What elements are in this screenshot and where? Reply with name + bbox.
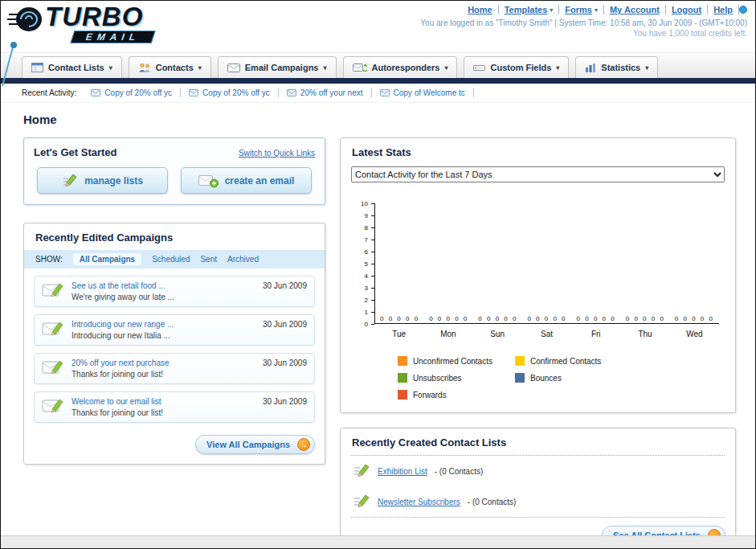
header-link-home[interactable]: Home bbox=[462, 5, 499, 14]
chart-value-labels: 0 0 0 0 0 bbox=[675, 315, 714, 323]
y-axis-tick-label: 3 bbox=[365, 285, 368, 292]
envelope-pencil-icon bbox=[42, 281, 64, 299]
show-label: SHOW: bbox=[35, 255, 63, 264]
x-axis-label: Thu bbox=[620, 324, 669, 338]
manage-lists-label: manage lists bbox=[84, 175, 143, 186]
envelope-pencil-icon bbox=[42, 320, 64, 338]
header: TURBO EMAIL Home Templates ▾ Forms ▾ My … bbox=[1, 1, 755, 52]
recent-activity-item[interactable]: Copy of 20% off yc bbox=[83, 88, 181, 97]
chart-column: 0 0 0 0 0 bbox=[424, 203, 473, 323]
recent-campaigns-panel: Recently Edited Campaigns SHOW: All Camp… bbox=[23, 223, 325, 465]
chart-column: 0 0 0 0 0 bbox=[375, 203, 424, 323]
legend-label: Confirmed Contacts bbox=[530, 357, 601, 366]
campaign-title-link[interactable]: See us at the retail food ... bbox=[72, 281, 255, 290]
create-email-label: create an email bbox=[225, 175, 295, 186]
dropdown-arrow-icon: ▾ bbox=[323, 64, 326, 72]
tab-statistics[interactable]: Statistics ▾ bbox=[575, 56, 658, 78]
login-status-text: You are logged in as "Timothy Smith" | S… bbox=[420, 18, 747, 27]
recent-contact-lists-panel: Recently Created Contact Lists Exhibitio… bbox=[340, 428, 736, 549]
recent-activity-item[interactable]: Copy of Welcome tc bbox=[372, 88, 474, 97]
arrow-right-icon: → bbox=[297, 438, 310, 451]
recent-activity-item[interactable]: Copy of 20% off yc bbox=[181, 88, 279, 97]
campaign-title-link[interactable]: 20% off your next purchase bbox=[72, 358, 255, 367]
campaign-title-link[interactable]: Introducing our new range ... bbox=[72, 320, 255, 329]
envelope-plus-icon bbox=[198, 174, 219, 188]
contact-list-link[interactable]: Newsletter Subscribers bbox=[378, 498, 460, 506]
filter-tab-all-campaigns[interactable]: All Campaigns bbox=[73, 253, 141, 265]
tab-email-campaigns[interactable]: Email Campaigns ▾ bbox=[218, 56, 337, 78]
filter-tab-sent[interactable]: Sent bbox=[200, 255, 217, 264]
campaign-list-item[interactable]: Introducing our new range ... Introducin… bbox=[34, 314, 315, 346]
statistics-icon bbox=[585, 63, 596, 72]
chart-value-labels: 0 0 0 0 0 bbox=[380, 315, 419, 323]
header-link-help[interactable]: Help bbox=[708, 5, 739, 14]
page-title: Home bbox=[23, 113, 736, 126]
recent-activity-bar: Recent Activity: Copy of 20% off yc Copy… bbox=[1, 84, 755, 103]
manage-lists-button[interactable]: manage lists bbox=[37, 167, 168, 194]
y-axis-tick-label: 0 bbox=[365, 321, 368, 328]
stats-filter-select[interactable]: Contact Activity for the Last 7 Days bbox=[351, 166, 725, 182]
legend-swatch bbox=[515, 373, 525, 383]
page-footer bbox=[1, 535, 755, 548]
list-pencil-icon bbox=[353, 494, 370, 510]
envelope-icon bbox=[380, 89, 390, 96]
contact-list-item[interactable]: Exhibition List - (0 Contacts) bbox=[341, 456, 735, 486]
contact-list-link[interactable]: Exhibition List bbox=[378, 467, 427, 476]
campaign-list-item[interactable]: 20% off your next purchase Thanks for jo… bbox=[34, 353, 315, 384]
header-right: Home Templates ▾ Forms ▾ My Account Logo… bbox=[420, 5, 747, 38]
y-axis-tick-label: 2 bbox=[365, 297, 368, 304]
autoresponders-icon bbox=[353, 63, 367, 72]
y-axis-tick-label: 10 bbox=[361, 200, 368, 207]
dropdown-arrow-icon: ▾ bbox=[444, 64, 447, 72]
tab-label: Autoresponders bbox=[372, 63, 440, 72]
tab-contact-lists[interactable]: Contact Lists ▾ bbox=[22, 56, 122, 78]
switch-quick-links-link[interactable]: Switch to Quick Links bbox=[239, 149, 315, 158]
y-axis-tick-mark bbox=[371, 324, 374, 325]
campaign-list-item[interactable]: Welcome to our email list Thanks for joi… bbox=[34, 391, 315, 423]
campaign-date: 30 Jun 2009 bbox=[263, 358, 307, 367]
legend-label: Bounces bbox=[530, 374, 562, 383]
legend-item: Forwards bbox=[398, 390, 515, 399]
chart-column: 0 0 0 0 0 bbox=[572, 203, 621, 323]
recent-activity-item[interactable]: 20% off your next bbox=[279, 88, 372, 97]
campaign-subtitle: Thanks for joining our list! bbox=[72, 408, 255, 417]
header-link-my-account[interactable]: My Account bbox=[604, 5, 666, 14]
tab-contacts[interactable]: Contacts ▾ bbox=[129, 56, 211, 78]
header-link-logout[interactable]: Logout bbox=[666, 5, 708, 14]
tab-label: Contact Lists bbox=[48, 63, 104, 72]
main-content: Home Let's Get Started Switch to Quick L… bbox=[1, 103, 755, 549]
contact-list-item[interactable]: Newsletter Subscribers - (0 Contacts) bbox=[341, 486, 735, 517]
get-started-title: Let's Get Started bbox=[34, 146, 117, 158]
create-email-button[interactable]: create an email bbox=[181, 167, 312, 194]
campaign-list-item[interactable]: See us at the retail food ... We're givi… bbox=[34, 276, 315, 307]
tab-label: Statistics bbox=[601, 63, 640, 72]
header-link-forms[interactable]: Forms ▾ bbox=[559, 5, 604, 14]
y-axis-tick-label: 8 bbox=[365, 224, 368, 231]
dropdown-arrow-icon: ▾ bbox=[645, 64, 648, 72]
chart-plot: 0 0 0 0 00 0 0 0 00 0 0 0 00 0 0 0 00 0 … bbox=[374, 203, 719, 324]
view-all-campaigns-button[interactable]: View All Campaigns → bbox=[195, 435, 315, 454]
filter-tab-scheduled[interactable]: Scheduled bbox=[152, 255, 190, 264]
view-all-campaigns-label: View All Campaigns bbox=[206, 440, 290, 449]
campaign-subtitle: We're giving away our late ... bbox=[72, 293, 255, 301]
legend-item: Unconfirmed Contacts bbox=[398, 356, 515, 366]
navy-divider-bar bbox=[1, 78, 755, 84]
recent-activity-label: Recent Activity: bbox=[22, 88, 76, 97]
filter-tab-archived[interactable]: Archived bbox=[227, 255, 259, 264]
campaign-date: 30 Jun 2009 bbox=[263, 281, 307, 290]
contact-lists-icon bbox=[31, 63, 43, 72]
y-axis-tick-label: 9 bbox=[365, 212, 368, 219]
campaign-date: 30 Jun 2009 bbox=[263, 397, 307, 406]
tab-custom-fields[interactable]: Custom Fields ▾ bbox=[464, 56, 569, 78]
legend-item: Unsubscribes bbox=[398, 373, 515, 383]
tab-autoresponders[interactable]: Autoresponders ▾ bbox=[343, 56, 458, 78]
campaign-title-link[interactable]: Welcome to our email list bbox=[72, 397, 255, 406]
app-logo[interactable]: TURBO EMAIL bbox=[7, 3, 153, 43]
stats-panel-title: Latest Stats bbox=[341, 138, 735, 165]
header-link-templates[interactable]: Templates ▾ bbox=[499, 5, 560, 14]
legend-item: Bounces bbox=[515, 373, 632, 383]
credits-text: You have 1,000 total credits left. bbox=[420, 29, 747, 38]
dropdown-arrow-icon: ▾ bbox=[198, 64, 202, 72]
legend-swatch bbox=[515, 356, 525, 366]
logo-text: TURBO EMAIL bbox=[45, 3, 153, 43]
